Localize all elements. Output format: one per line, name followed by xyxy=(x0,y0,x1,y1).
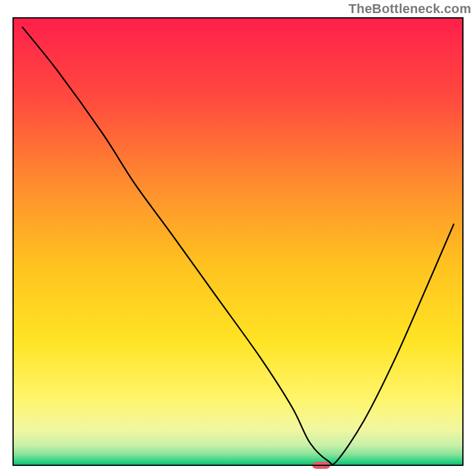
bottleneck-chart xyxy=(0,0,476,476)
chart-container: TheBottleneck.com xyxy=(0,0,476,476)
plot-background xyxy=(13,18,463,465)
